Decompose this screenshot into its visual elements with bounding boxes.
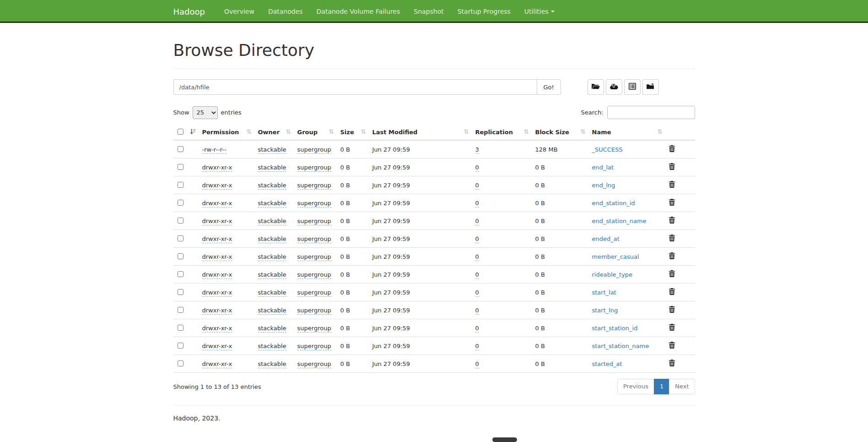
group-value[interactable]: supergroup	[297, 289, 331, 297]
pagination-next[interactable]: Next	[669, 379, 695, 394]
permission-value[interactable]: drwxr-xr-x	[202, 164, 232, 172]
column-header-permission[interactable]: Permission⇅	[199, 125, 254, 140]
permission-value[interactable]: drwxr-xr-x	[202, 307, 232, 315]
file-name-link[interactable]: started_at	[592, 360, 622, 367]
replication-value[interactable]: 3	[475, 146, 479, 154]
owner-value[interactable]: stackable	[258, 235, 286, 243]
permission-value[interactable]: drwxr-xr-x	[202, 253, 232, 261]
group-value[interactable]: supergroup	[297, 218, 331, 225]
permission-value[interactable]: -rw-r--r--	[202, 146, 226, 154]
group-value[interactable]: supergroup	[297, 307, 331, 315]
replication-value[interactable]: 0	[475, 307, 479, 315]
sort-icon[interactable]: ⇅	[329, 128, 334, 135]
select-all-checkbox[interactable]	[178, 129, 183, 135]
pagination-page-1[interactable]: 1	[654, 379, 669, 394]
owner-value[interactable]: stackable	[258, 164, 286, 172]
column-header-last-modified[interactable]: Last Modified⇅	[369, 125, 472, 140]
delete-icon[interactable]	[669, 145, 675, 153]
group-value[interactable]: supergroup	[297, 235, 331, 243]
permission-value[interactable]: drwxr-xr-x	[202, 271, 232, 279]
delete-icon[interactable]	[669, 217, 675, 225]
nav-item-overview[interactable]: Overview	[217, 0, 261, 23]
owner-value[interactable]: stackable	[258, 253, 286, 261]
replication-value[interactable]: 0	[475, 235, 479, 243]
row-checkbox[interactable]	[178, 289, 183, 295]
replication-value[interactable]: 0	[475, 271, 479, 279]
owner-value[interactable]: stackable	[258, 289, 286, 297]
replication-value[interactable]: 0	[475, 343, 479, 350]
replication-value[interactable]: 0	[475, 253, 479, 261]
owner-value[interactable]: stackable	[258, 271, 286, 279]
upload-files-button[interactable]	[606, 79, 622, 95]
nav-item-datanode-volume-failures[interactable]: Datanode Volume Failures	[310, 0, 407, 23]
row-checkbox[interactable]	[178, 325, 183, 331]
replication-value[interactable]: 0	[475, 325, 479, 333]
sort-icon[interactable]: ⇅	[658, 128, 663, 135]
nav-item-startup-progress[interactable]: Startup Progress	[451, 0, 518, 23]
column-header-replication[interactable]: Replication⇅	[472, 125, 532, 140]
file-name-link[interactable]: start_station_id	[592, 325, 638, 332]
group-value[interactable]: supergroup	[297, 164, 331, 172]
row-checkbox[interactable]	[178, 271, 183, 277]
delete-icon[interactable]	[669, 199, 675, 207]
delete-icon[interactable]	[669, 270, 675, 278]
file-name-link[interactable]: start_station_name	[592, 343, 649, 349]
replication-value[interactable]: 0	[475, 289, 479, 297]
page-size-select[interactable]: 25	[193, 106, 218, 119]
permission-value[interactable]: drwxr-xr-x	[202, 289, 232, 297]
nav-item-datanodes[interactable]: Datanodes	[261, 0, 310, 23]
sort-icon[interactable]: ⇅	[464, 128, 469, 135]
row-checkbox[interactable]	[178, 253, 183, 259]
replication-value[interactable]: 0	[475, 182, 479, 190]
sort-icon[interactable]: ⇅	[286, 128, 291, 135]
group-value[interactable]: supergroup	[297, 146, 331, 154]
sort-icon[interactable]: ⇅	[361, 128, 366, 135]
create-directory-button[interactable]	[588, 79, 604, 95]
owner-value[interactable]: stackable	[258, 218, 286, 225]
delete-icon[interactable]	[669, 360, 675, 368]
permission-value[interactable]: drwxr-xr-x	[202, 325, 232, 333]
owner-value[interactable]: stackable	[258, 307, 286, 315]
replication-value[interactable]: 0	[475, 218, 479, 225]
delete-icon[interactable]	[669, 342, 675, 350]
replication-value[interactable]: 0	[475, 164, 479, 172]
permission-value[interactable]: drwxr-xr-x	[202, 360, 232, 368]
sort-icon[interactable]: ⇅	[581, 128, 586, 135]
brand-hadoop[interactable]: Hadoop	[173, 0, 212, 23]
row-checkbox[interactable]	[178, 182, 183, 188]
permission-value[interactable]: drwxr-xr-x	[202, 218, 232, 225]
file-name-link[interactable]: start_lat	[592, 289, 616, 296]
file-name-link[interactable]: start_lng	[592, 307, 618, 314]
delete-icon[interactable]	[669, 288, 675, 296]
column-header-size[interactable]: Size⇅	[337, 125, 369, 140]
owner-value[interactable]: stackable	[258, 200, 286, 207]
owner-value[interactable]: stackable	[258, 360, 286, 368]
row-checkbox[interactable]	[178, 146, 183, 152]
row-checkbox[interactable]	[178, 360, 183, 366]
row-checkbox[interactable]	[178, 343, 183, 349]
permission-value[interactable]: drwxr-xr-x	[202, 235, 232, 243]
file-name-link[interactable]: end_lng	[592, 182, 615, 189]
sort-ascending-icon[interactable]	[189, 128, 196, 136]
permission-value[interactable]: drwxr-xr-x	[202, 200, 232, 207]
group-value[interactable]: supergroup	[297, 200, 331, 207]
pagination-previous[interactable]: Previous	[617, 379, 654, 394]
group-value[interactable]: supergroup	[297, 343, 331, 350]
delete-icon[interactable]	[669, 181, 675, 189]
row-checkbox[interactable]	[178, 307, 183, 313]
delete-icon[interactable]	[669, 324, 675, 332]
owner-value[interactable]: stackable	[258, 325, 286, 333]
delete-icon[interactable]	[669, 252, 675, 261]
directory-path-input[interactable]	[173, 79, 537, 95]
sort-icon[interactable]: ⇅	[247, 128, 252, 135]
row-checkbox[interactable]	[178, 218, 183, 224]
group-value[interactable]: supergroup	[297, 271, 331, 279]
file-name-link[interactable]: ended_at	[592, 235, 620, 242]
group-value[interactable]: supergroup	[297, 360, 331, 368]
list-button[interactable]	[624, 79, 641, 95]
row-checkbox[interactable]	[178, 200, 183, 206]
nav-item-utilities[interactable]: Utilities	[518, 0, 561, 23]
column-header-owner[interactable]: Owner⇅	[254, 125, 294, 140]
file-name-link[interactable]: member_casual	[592, 253, 639, 260]
move-button[interactable]	[642, 79, 659, 95]
